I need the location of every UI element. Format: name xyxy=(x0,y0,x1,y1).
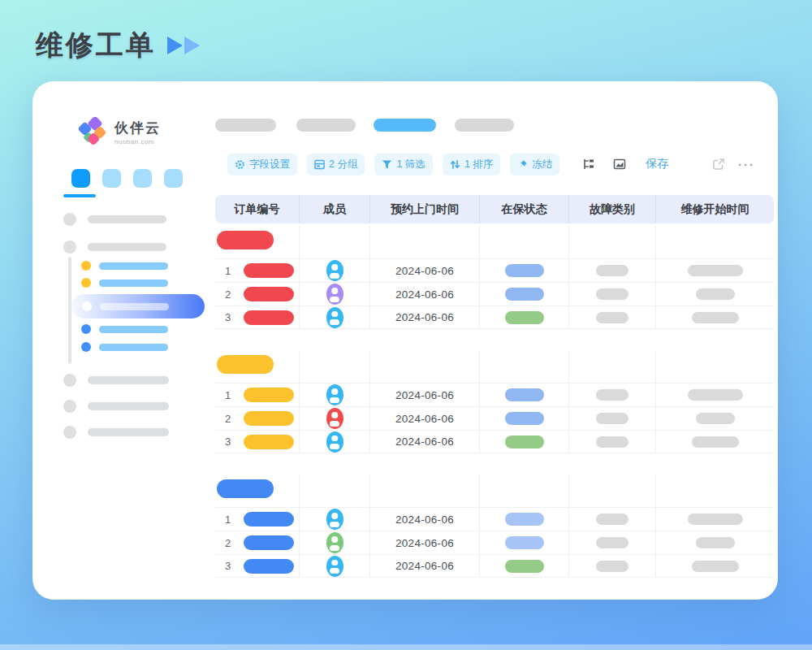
cell-member[interactable] xyxy=(299,531,369,554)
cell-fault-category[interactable] xyxy=(568,555,655,577)
cell-fault-category[interactable] xyxy=(568,283,655,306)
more-icon[interactable]: ··· xyxy=(738,158,755,171)
cell-warranty-status[interactable] xyxy=(479,384,568,406)
cell-warranty-status[interactable] xyxy=(479,306,568,328)
view-tab-4[interactable] xyxy=(455,119,514,132)
column-header-2[interactable]: 成员 xyxy=(299,195,369,223)
toolbar-button-sort[interactable]: 1 排序 xyxy=(443,154,500,176)
cell-appointment-time[interactable]: 2024-06-06 xyxy=(369,306,479,328)
cell-warranty-status[interactable] xyxy=(479,431,568,453)
cell-appointment-time[interactable]: 2024-06-06 xyxy=(369,431,479,453)
cell-fault-category[interactable] xyxy=(568,259,655,282)
sidebar-tab-1[interactable] xyxy=(71,169,90,188)
cell-member[interactable] xyxy=(299,555,369,577)
cell-repair-start-time[interactable] xyxy=(655,283,774,306)
group-label-pill[interactable] xyxy=(217,479,274,498)
cell-order-number[interactable]: 2 xyxy=(215,407,299,430)
toolbar-button-pin[interactable]: 冻结 xyxy=(510,154,559,176)
sidebar-tree-item[interactable] xyxy=(81,342,168,352)
sidebar-item[interactable] xyxy=(63,400,169,413)
cell-member[interactable] xyxy=(299,283,369,306)
group-label-pill[interactable] xyxy=(217,355,274,374)
view-tab-3-active[interactable] xyxy=(374,119,436,132)
cell-fault-category[interactable] xyxy=(568,508,655,531)
cell-order-number[interactable]: 2 xyxy=(215,531,299,554)
cell-repair-start-time[interactable] xyxy=(655,531,774,554)
cell-order-number[interactable]: 1 xyxy=(215,259,299,282)
column-header-3[interactable]: 预约上门时间 xyxy=(369,195,479,223)
cell-order-number[interactable]: 3 xyxy=(215,306,299,328)
cell-appointment-time[interactable]: 2024-06-06 xyxy=(369,283,479,306)
cell-repair-start-time[interactable] xyxy=(655,259,774,282)
cell-warranty-status[interactable] xyxy=(479,283,568,306)
view-tab-2[interactable] xyxy=(296,119,356,132)
cell-appointment-time[interactable]: 2024-06-06 xyxy=(369,407,479,430)
cell-fault-category[interactable] xyxy=(568,384,655,406)
cell-warranty-status[interactable] xyxy=(479,407,568,430)
sidebar-tree-item[interactable] xyxy=(81,324,168,334)
cell-repair-start-time[interactable] xyxy=(655,306,774,328)
sidebar-tabs xyxy=(71,169,183,188)
column-header-5[interactable]: 故障类别 xyxy=(568,195,655,223)
cell-appointment-time[interactable]: 2024-06-06 xyxy=(369,555,479,577)
column-header-4[interactable]: 在保状态 xyxy=(479,195,568,223)
toolbar-button-gear[interactable]: 字段设置 xyxy=(227,154,297,176)
cell-member[interactable] xyxy=(299,508,369,531)
cell-repair-start-time[interactable] xyxy=(655,431,774,453)
sidebar-item[interactable] xyxy=(63,240,166,254)
cell-repair-start-time[interactable] xyxy=(655,555,774,577)
cell-appointment-time[interactable]: 2024-06-06 xyxy=(369,531,479,554)
cell-fault-category[interactable] xyxy=(568,531,655,554)
group-label-pill[interactable] xyxy=(217,231,274,249)
share-icon[interactable] xyxy=(712,158,725,171)
view-tab-1[interactable] xyxy=(215,119,276,132)
sidebar-tab-2[interactable] xyxy=(102,169,121,188)
cell-fault-category[interactable] xyxy=(568,431,655,453)
cell-warranty-status[interactable] xyxy=(479,555,568,577)
cell-appointment-time[interactable]: 2024-06-06 xyxy=(369,384,479,406)
sidebar-item[interactable] xyxy=(63,426,169,439)
cell-repair-start-time[interactable] xyxy=(655,407,774,430)
column-header-1[interactable]: 订单编号 xyxy=(215,195,299,223)
sidebar-tree-item[interactable] xyxy=(81,261,168,271)
cell-member[interactable] xyxy=(299,259,369,282)
cell-member[interactable] xyxy=(299,384,369,406)
cell-member[interactable] xyxy=(299,407,369,430)
group-header-cell xyxy=(479,350,568,383)
cell-order-number[interactable]: 3 xyxy=(215,431,299,453)
hierarchy-icon[interactable] xyxy=(582,158,595,171)
cell-fault-category[interactable] xyxy=(568,407,655,430)
cell-repair-start-time[interactable] xyxy=(655,384,774,406)
item-label-placeholder xyxy=(88,376,169,384)
cell-appointment-time[interactable]: 2024-06-06 xyxy=(369,508,479,531)
cell-order-number[interactable]: 2 xyxy=(215,283,299,306)
app-logo[interactable]: 伙伴云 huoban.com xyxy=(78,117,161,146)
cell-repair-start-time[interactable] xyxy=(655,508,774,531)
cell-member[interactable] xyxy=(299,306,369,328)
sidebar-item[interactable] xyxy=(63,374,169,387)
toolbar-button-filter[interactable]: 1 筛选 xyxy=(374,154,432,176)
sidebar-tree-item[interactable] xyxy=(81,278,168,288)
cell-warranty-status[interactable] xyxy=(479,531,568,554)
cell-fault-category[interactable] xyxy=(568,306,655,328)
save-button[interactable]: 保存 xyxy=(646,157,668,171)
member-avatar xyxy=(326,260,343,281)
chart-icon[interactable] xyxy=(613,158,626,171)
column-header-6[interactable]: 维修开始时间 xyxy=(655,195,774,223)
cell-warranty-status[interactable] xyxy=(479,259,568,282)
cell-warranty-status[interactable] xyxy=(479,508,568,531)
group-header-row xyxy=(215,474,774,507)
sidebar-tab-4[interactable] xyxy=(164,169,183,188)
item-label-placeholder xyxy=(88,215,166,223)
cell-order-number[interactable]: 3 xyxy=(215,555,299,577)
sidebar-tree-item-selected[interactable] xyxy=(71,294,205,318)
member-avatar xyxy=(326,307,343,328)
sidebar-tab-3[interactable] xyxy=(133,169,152,188)
cell-order-number[interactable]: 1 xyxy=(215,508,299,531)
cell-order-number[interactable]: 1 xyxy=(215,384,299,406)
cell-appointment-time[interactable]: 2024-06-06 xyxy=(369,259,479,282)
cell-member[interactable] xyxy=(299,431,369,453)
toolbar-button-group[interactable]: 2 分组 xyxy=(307,154,365,176)
item-icon-placeholder xyxy=(63,400,76,413)
sidebar-item[interactable] xyxy=(63,213,166,226)
